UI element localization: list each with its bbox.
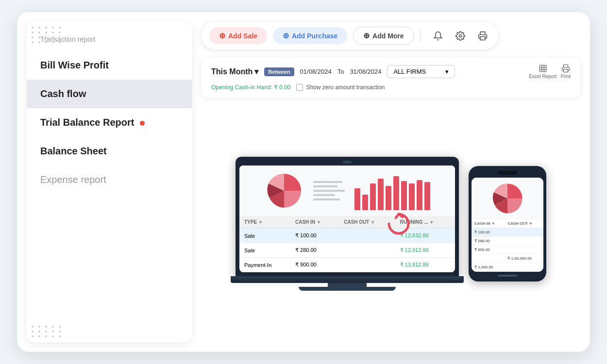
row-type: Sale: [239, 229, 290, 243]
row-type: Payment-In: [239, 258, 290, 272]
row-type: Sale: [239, 243, 290, 258]
phone-cash-out: [505, 246, 543, 254]
row-cash-in: ₹ 100.00: [290, 229, 339, 243]
phone-table: CASH IN ▼ CASH OUT ▼ ₹ 100.00: [472, 219, 543, 272]
opening-cash-label: Opening Cash-in Hand: ₹ 0.00: [211, 84, 290, 91]
toolbar: ⊕ Add Sale ⊕ Add Purchase ⊕ Add More: [202, 22, 498, 50]
table-row: Sale ₹ 100.00 ₹ 12,632.86: [239, 229, 455, 243]
settings-icon[interactable]: [453, 28, 468, 44]
excel-report-button[interactable]: Excel Report: [529, 64, 556, 79]
notification-icon[interactable]: [430, 28, 446, 44]
charts-row: [239, 165, 455, 216]
sidebar-item-cash-flow[interactable]: Cash flow: [27, 80, 192, 108]
chart-line-3: [313, 190, 345, 192]
phone-cash-out: [505, 228, 543, 237]
phone-home-bar: [498, 275, 517, 277]
laptop-base: [231, 276, 464, 283]
phone-table-row: ₹ 100.00: [472, 228, 543, 237]
add-sale-button[interactable]: ⊕ Add Sale: [209, 27, 267, 44]
period-selector[interactable]: This Month ▾: [211, 67, 258, 76]
bar-1: [354, 188, 360, 210]
filter-row-2: Opening Cash-in Hand: ₹ 0.00 Show zero a…: [211, 84, 571, 91]
firms-selector[interactable]: ALL FIRMS ▾: [387, 65, 455, 78]
phone-cash-in: ₹ 900.00: [472, 246, 505, 254]
bar-6: [393, 176, 399, 210]
filter-row: This Month ▾ Between 01/08/2024 To 31/08…: [211, 64, 571, 79]
right-panel: ⊕ Add Sale ⊕ Add Purchase ⊕ Add More: [202, 22, 580, 342]
sidebar-item-trial-balance[interactable]: Trial Balance Report: [27, 108, 192, 137]
phone-cash-out: [505, 237, 543, 246]
phone-col-cash-in: CASH IN ▼: [472, 219, 505, 228]
row-running: ₹ 13,812.86: [395, 258, 455, 272]
laptop-screen: TYPE ▼ CASH IN ▼ CASH OUT ▼ RUNNING ... …: [236, 157, 459, 276]
cashin-filter-icon[interactable]: ▼: [317, 220, 321, 225]
print-icon[interactable]: [475, 28, 490, 44]
svg-rect-3: [563, 69, 568, 72]
bar-9: [417, 180, 422, 210]
chart-line-4: [313, 194, 335, 196]
bar-4: [378, 179, 384, 210]
chart-line-2: [313, 185, 337, 187]
content-area: TYPE ▼ CASH IN ▼ CASH OUT ▼ RUNNING ... …: [202, 105, 580, 342]
sidebar-item-expense-report[interactable]: Expense report: [27, 165, 192, 194]
phone-col-cash-out: CASH OUT ▼: [505, 219, 543, 228]
svg-rect-2: [540, 65, 546, 72]
row-cash-out: [339, 258, 395, 272]
phone-cash-in: ₹ 100.00: [472, 228, 505, 237]
phone-cash-in: [472, 254, 505, 263]
bar-5: [386, 186, 391, 210]
show-zero-checkbox[interactable]: [296, 84, 303, 91]
phone-screen: CASH IN ▼ CASH OUT ▼ ₹ 100.00: [472, 178, 543, 272]
phone-pie-chart: [490, 182, 524, 215]
date-to-label: To: [337, 68, 344, 75]
bar-3: [370, 183, 376, 210]
row-cash-in: ₹ 280.00: [290, 243, 339, 258]
print-report-button[interactable]: Print: [560, 64, 571, 79]
plus-icon-gray: ⊕: [363, 31, 370, 40]
chart-line-1: [313, 181, 342, 183]
phone-table-row: ₹ 1,00,000.00: [472, 254, 543, 263]
add-more-button[interactable]: ⊕ Add More: [353, 27, 414, 45]
bar-chart: [354, 171, 430, 210]
row-running: ₹ 12,912.86: [395, 243, 455, 258]
phone-cash-out: [505, 263, 543, 272]
chevron-down-icon: ▾: [254, 67, 258, 76]
col-type: TYPE ▼: [239, 216, 290, 229]
svg-point-0: [459, 34, 461, 37]
chart-lines: [313, 181, 345, 200]
cashout-filter-icon[interactable]: ▼: [371, 220, 375, 225]
row-cash-out: [339, 243, 395, 258]
sidebar-item-balance-sheet[interactable]: Balance Sheet: [27, 137, 192, 165]
type-filter-icon[interactable]: ▼: [258, 220, 263, 225]
data-table: TYPE ▼ CASH IN ▼ CASH OUT ▼ RUNNING ... …: [239, 216, 455, 272]
col-cash-in: CASH IN ▼: [290, 216, 339, 229]
phone-table-row: ₹ 280.00: [472, 237, 543, 246]
main-container: Transaction report Bill Wise Profit Cash…: [17, 12, 590, 352]
sidebar-item-bill-wise-profit[interactable]: Bill Wise Profit: [27, 51, 192, 80]
phone-body: CASH IN ▼ CASH OUT ▼ ₹ 100.00: [469, 166, 546, 281]
phone-cash-in: ₹ 280.00: [472, 237, 505, 246]
table-row: Payment-In ₹ 900.00 ₹ 13,812.86: [239, 258, 455, 272]
phone-cash-in: ₹ 1,000.00: [472, 263, 505, 272]
bar-7: [401, 181, 407, 210]
laptop-screen-inner: TYPE ▼ CASH IN ▼ CASH OUT ▼ RUNNING ... …: [239, 165, 455, 272]
plus-icon: ⊕: [219, 31, 225, 40]
sidebar: Transaction report Bill Wise Profit Cash…: [27, 22, 192, 342]
decorative-dots-top: [32, 27, 63, 43]
between-badge: Between: [264, 67, 294, 76]
table-row: Sale ₹ 280.00 ₹ 12,912.86: [239, 243, 455, 258]
chart-line-5: [313, 199, 340, 200]
laptop-stand: [328, 283, 367, 287]
laptop-foot: [299, 287, 396, 291]
running-filter-icon[interactable]: ▼: [429, 220, 434, 225]
add-purchase-button[interactable]: ⊕ Add Purchase: [273, 27, 347, 44]
bar-2: [362, 195, 368, 210]
phone-table-row: ₹ 900.00: [472, 246, 543, 254]
filter-bar: This Month ▾ Between 01/08/2024 To 31/08…: [202, 57, 580, 98]
phone-notch: [498, 171, 517, 175]
laptop-camera: [342, 161, 352, 164]
phone-cash-out: ₹ 1,00,000.00: [505, 254, 543, 263]
svg-rect-1: [480, 36, 485, 40]
filter-actions: Excel Report Print: [529, 64, 571, 79]
toolbar-icons: [430, 28, 490, 44]
